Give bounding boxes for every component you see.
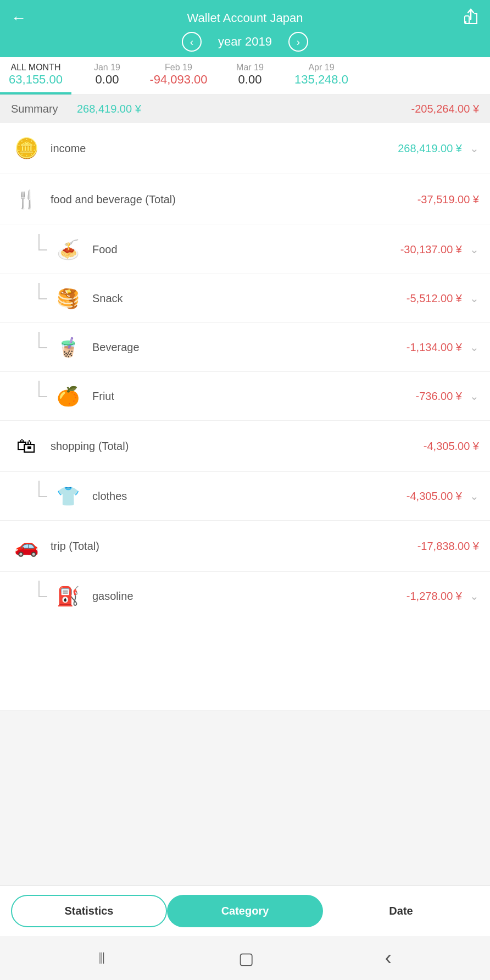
summary-bar: Summary 268,419.00 ¥ -205,264.00 ¥ xyxy=(0,95,490,123)
bottom-tabs: Statistics Category Date xyxy=(0,886,490,936)
tab-apr[interactable]: Apr 19 135,248.0 xyxy=(286,57,357,94)
food-beverage-icon: 🍴 xyxy=(11,184,42,215)
tab-category-button[interactable]: Category xyxy=(167,895,323,927)
beverage-chevron: ⌄ xyxy=(470,341,479,354)
header-top: ← Wallet Account Japan xyxy=(0,7,490,30)
food-beverage-amount: -37,519.00 ¥ xyxy=(417,193,479,206)
shopping-name: shopping (Total) xyxy=(51,440,424,453)
indent-beverage xyxy=(33,332,53,363)
indent-snack xyxy=(33,283,53,314)
header: ← Wallet Account Japan ‹ year 2019 › xyxy=(0,0,490,57)
tab-all-month[interactable]: ALL MONTH 63,155.00 xyxy=(0,57,71,94)
trip-name: trip (Total) xyxy=(51,540,417,553)
sub-row-gasoline[interactable]: ⛽ gasoline -1,278.00 ¥ ⌄ xyxy=(0,572,490,711)
income-name: income xyxy=(51,142,398,155)
beverage-name: Beverage xyxy=(92,341,407,354)
tab-apr-label: Apr 19 xyxy=(292,63,350,73)
shopping-amount: -4,305.00 ¥ xyxy=(424,440,479,453)
food-beverage-name: food and beverage (Total) xyxy=(51,193,417,206)
gasoline-chevron: ⌄ xyxy=(470,589,479,603)
system-menu-button[interactable]: ⦀ xyxy=(98,949,107,968)
snack-icon: 🥞 xyxy=(53,283,83,314)
fruit-name: Friut xyxy=(92,390,415,403)
beverage-icon: 🧋 xyxy=(53,332,83,363)
tab-statistics-button[interactable]: Statistics xyxy=(11,895,167,927)
tab-all-month-label: ALL MONTH xyxy=(7,63,65,73)
snack-chevron: ⌄ xyxy=(470,292,479,305)
food-name: Food xyxy=(92,243,400,256)
sub-row-food[interactable]: 🍝 Food -30,137.00 ¥ ⌄ xyxy=(0,225,490,274)
income-amount: 268,419.00 ¥ xyxy=(398,142,462,155)
indent-fruit xyxy=(33,381,53,411)
income-icon: 🪙 xyxy=(11,133,42,164)
gasoline-icon: ⛽ xyxy=(53,581,83,611)
fruit-icon: 🍊 xyxy=(53,381,83,411)
tab-mar[interactable]: Mar 19 0.00 xyxy=(214,57,286,94)
sub-row-clothes[interactable]: 👕 clothes -4,305.00 ¥ ⌄ xyxy=(0,472,490,521)
next-year-button[interactable]: › xyxy=(288,32,308,52)
category-row-food-beverage[interactable]: 🍴 food and beverage (Total) -37,519.00 ¥ xyxy=(0,174,490,225)
tab-all-month-amount: 63,155.00 xyxy=(7,73,65,87)
indent-gasoline xyxy=(33,581,53,611)
year-label: year 2019 xyxy=(218,35,272,49)
tab-apr-amount: 135,248.0 xyxy=(292,73,350,87)
summary-label: Summary xyxy=(11,103,66,115)
system-back-button[interactable]: ‹ xyxy=(385,946,392,970)
back-button[interactable]: ← xyxy=(11,9,26,27)
category-row-shopping[interactable]: 🛍 shopping (Total) -4,305.00 ¥ xyxy=(0,421,490,472)
clothes-icon: 👕 xyxy=(53,481,83,511)
snack-amount: -5,512.00 ¥ xyxy=(407,292,462,305)
gasoline-name: gasoline xyxy=(92,590,407,603)
indent-clothes xyxy=(33,481,53,511)
tab-date-button[interactable]: Date xyxy=(323,895,479,927)
fruit-chevron: ⌄ xyxy=(470,389,479,403)
category-row-trip[interactable]: 🚗 trip (Total) -17,838.00 ¥ xyxy=(0,521,490,572)
trip-amount: -17,838.00 ¥ xyxy=(417,540,479,553)
indent-food xyxy=(33,234,53,265)
tab-category-label: Category xyxy=(221,905,269,917)
tab-jan[interactable]: Jan 19 0.00 xyxy=(71,57,143,94)
clothes-amount: -4,305.00 ¥ xyxy=(407,490,462,503)
food-icon: 🍝 xyxy=(53,234,83,265)
month-tabs: ALL MONTH 63,155.00 Jan 19 0.00 Feb 19 -… xyxy=(0,57,490,95)
clothes-chevron: ⌄ xyxy=(470,489,479,503)
system-home-button[interactable]: ▢ xyxy=(238,949,254,968)
shopping-icon: 🛍 xyxy=(11,431,42,461)
summary-income: 268,419.00 ¥ xyxy=(77,103,141,115)
tab-jan-label: Jan 19 xyxy=(78,63,136,73)
category-row-income[interactable]: 🪙 income 268,419.00 ¥ ⌄ xyxy=(0,123,490,174)
trip-icon: 🚗 xyxy=(11,531,42,561)
beverage-amount: -1,134.00 ¥ xyxy=(407,341,462,354)
tab-feb-amount: -94,093.00 xyxy=(149,73,208,87)
tab-feb-label: Feb 19 xyxy=(149,63,208,73)
income-chevron: ⌄ xyxy=(470,142,479,155)
summary-expense: -205,264.00 ¥ xyxy=(411,103,479,115)
snack-name: Snack xyxy=(92,292,407,305)
year-nav: ‹ year 2019 › xyxy=(0,30,490,57)
header-title: Wallet Account Japan xyxy=(187,11,303,25)
category-list: 🪙 income 268,419.00 ¥ ⌄ 🍴 food and bever… xyxy=(0,123,490,711)
food-chevron: ⌄ xyxy=(470,243,479,256)
sub-row-beverage[interactable]: 🧋 Beverage -1,134.00 ¥ ⌄ xyxy=(0,323,490,372)
tab-date-label: Date xyxy=(389,905,413,917)
gasoline-amount: -1,278.00 ¥ xyxy=(407,590,462,603)
tab-jan-amount: 0.00 xyxy=(78,73,136,87)
share-button[interactable] xyxy=(463,8,479,29)
tab-mar-amount: 0.00 xyxy=(221,73,279,87)
app-container: ← Wallet Account Japan ‹ year 2019 › xyxy=(0,0,490,711)
tab-statistics-label: Statistics xyxy=(65,905,114,917)
tab-mar-label: Mar 19 xyxy=(221,63,279,73)
fruit-amount: -736.00 ¥ xyxy=(415,390,462,403)
sub-row-fruit[interactable]: 🍊 Friut -736.00 ¥ ⌄ xyxy=(0,372,490,421)
food-amount: -30,137.00 ¥ xyxy=(400,243,462,256)
prev-year-button[interactable]: ‹ xyxy=(182,32,202,52)
clothes-name: clothes xyxy=(92,490,407,503)
tab-feb[interactable]: Feb 19 -94,093.00 xyxy=(143,57,214,94)
system-nav: ⦀ ▢ ‹ xyxy=(0,936,490,980)
sub-row-snack[interactable]: 🥞 Snack -5,512.00 ¥ ⌄ xyxy=(0,274,490,323)
